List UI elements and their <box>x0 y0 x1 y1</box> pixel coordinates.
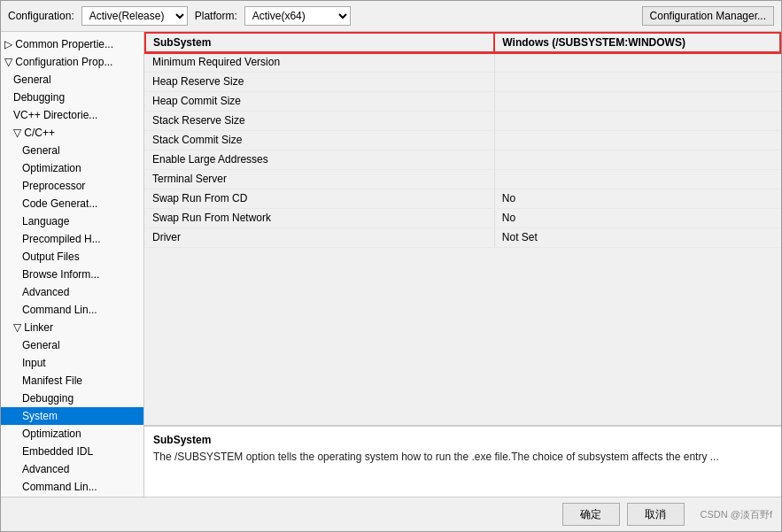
sidebar-item-debugging[interactable]: Debugging <box>1 89 143 106</box>
table-row[interactable]: Terminal Server <box>145 169 780 189</box>
table-row[interactable]: Heap Commit Size <box>145 91 780 111</box>
property-value <box>494 52 780 72</box>
sidebar-item-manifest-file[interactable]: Manifest File <box>1 372 143 389</box>
ok-button[interactable]: 确定 <box>562 503 620 526</box>
sidebar-item-common-properties[interactable]: ▷ Common Propertie... <box>1 35 143 53</box>
property-name: Heap Commit Size <box>145 91 494 111</box>
table-row[interactable]: SubSystemWindows (/SUBSYSTEM:WINDOWS) <box>145 33 780 52</box>
config-label: Configuration: <box>8 10 74 22</box>
property-value <box>494 130 780 150</box>
sidebar-item-code-generation[interactable]: Code Generat... <box>1 195 143 212</box>
sidebar-item-input[interactable]: Input <box>1 354 143 372</box>
sidebar-item-vc-directories[interactable]: VC++ Directorie... <box>1 106 143 124</box>
sidebar-item-preprocessor[interactable]: Preprocessor <box>1 177 143 195</box>
sidebar-item-command-line-cpp[interactable]: Command Lin... <box>1 301 143 319</box>
table-row[interactable]: Swap Run From NetworkNo <box>145 208 780 227</box>
property-name: Heap Reserve Size <box>145 72 494 91</box>
watermark: CSDN @淡百野f <box>701 508 772 521</box>
right-panel: SubSystemWindows (/SUBSYSTEM:WINDOWS)Min… <box>144 32 781 497</box>
cancel-button[interactable]: 取消 <box>627 503 685 526</box>
sidebar-item-output-files[interactable]: Output Files <box>1 248 143 266</box>
property-name: Stack Commit Size <box>145 130 494 150</box>
property-name: Driver <box>145 227 494 247</box>
config-select[interactable]: Active(Release) <box>81 6 188 26</box>
properties-table-container: SubSystemWindows (/SUBSYSTEM:WINDOWS)Min… <box>144 32 781 426</box>
property-value <box>494 111 780 130</box>
table-row[interactable]: Heap Reserve Size <box>145 72 780 91</box>
sidebar-item-language[interactable]: Language <box>1 212 143 230</box>
sidebar-tree: ▷ Common Propertie...▽ Configuration Pro… <box>1 32 144 497</box>
toolbar: Configuration: Active(Release) Platform:… <box>1 1 781 32</box>
sidebar-item-linker-general[interactable]: General <box>1 336 143 354</box>
property-value <box>494 169 780 189</box>
sidebar-item-general[interactable]: General <box>1 71 143 89</box>
sidebar-item-system[interactable]: System <box>1 407 143 425</box>
sidebar-item-advanced-cpp[interactable]: Advanced <box>1 283 143 301</box>
property-name: Swap Run From Network <box>145 208 494 227</box>
platform-select[interactable]: Active(x64) <box>244 6 351 26</box>
sidebar-item-linker-debugging[interactable]: Debugging <box>1 389 143 407</box>
sidebar-item-configuration-prop[interactable]: ▽ Configuration Prop... <box>1 53 143 71</box>
sidebar-item-precompiled[interactable]: Precompiled H... <box>1 230 143 248</box>
properties-table: SubSystemWindows (/SUBSYSTEM:WINDOWS)Min… <box>144 32 781 248</box>
description-title: SubSystem <box>153 434 772 446</box>
property-name: Minimum Required Version <box>145 52 494 72</box>
platform-label: Platform: <box>195 10 237 22</box>
property-value: No <box>494 189 780 208</box>
table-row[interactable]: Swap Run From CDNo <box>145 189 780 208</box>
property-name: Swap Run From CD <box>145 189 494 208</box>
property-value <box>494 72 780 91</box>
table-row[interactable]: DriverNot Set <box>145 227 780 247</box>
sidebar-item-cpp-general[interactable]: General <box>1 142 143 159</box>
configuration-manager-button[interactable]: Configuration Manager... <box>642 6 774 26</box>
property-name: Terminal Server <box>145 169 494 189</box>
sidebar-item-command-line-linker[interactable]: Command Lin... <box>1 478 143 496</box>
sidebar-item-embedded-idl[interactable]: Embedded IDL <box>1 443 143 460</box>
property-value <box>494 91 780 111</box>
property-value: Not Set <box>494 227 780 247</box>
sidebar-item-linker-optimization[interactable]: Optimization <box>1 425 143 443</box>
sidebar-item-cpp[interactable]: ▽ C/C++ <box>1 124 143 142</box>
table-row[interactable]: Stack Commit Size <box>145 130 780 150</box>
sidebar-item-linker[interactable]: ▽ Linker <box>1 319 143 336</box>
property-value <box>494 150 780 169</box>
bottom-bar: 确定 取消 CSDN @淡百野f <box>1 497 781 531</box>
table-row[interactable]: Enable Large Addresses <box>145 150 780 169</box>
property-name: Stack Reserve Size <box>145 111 494 130</box>
property-pages-dialog: Configuration: Active(Release) Platform:… <box>0 0 782 532</box>
description-panel: SubSystem The /SUBSYSTEM option tells th… <box>144 426 781 497</box>
property-value: No <box>494 208 780 227</box>
main-content: ▷ Common Propertie...▽ Configuration Pro… <box>1 32 781 497</box>
table-row[interactable]: Stack Reserve Size <box>145 111 780 130</box>
table-row[interactable]: Minimum Required Version <box>145 52 780 72</box>
property-value: Windows (/SUBSYSTEM:WINDOWS) <box>494 33 780 52</box>
sidebar-item-advanced-linker[interactable]: Advanced <box>1 460 143 478</box>
property-name: Enable Large Addresses <box>145 150 494 169</box>
sidebar-item-browse-info[interactable]: Browse Inform... <box>1 266 143 283</box>
description-text: The /SUBSYSTEM option tells the operatin… <box>153 450 772 465</box>
property-name: SubSystem <box>145 33 494 52</box>
sidebar-item-optimization[interactable]: Optimization <box>1 159 143 177</box>
